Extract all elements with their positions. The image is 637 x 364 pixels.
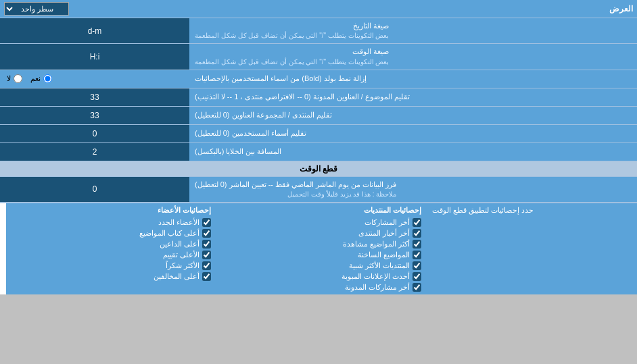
forum-group-label: تقليم المنتدى / المجموعة العناوين (0 للت… — [189, 107, 637, 124]
checkbox-top-callers-input[interactable] — [202, 240, 211, 249]
checkbox-forum-news-input[interactable] — [412, 229, 421, 238]
checkbox-latest-posts-input[interactable] — [412, 218, 421, 227]
checkbox-top-writers-input[interactable] — [202, 229, 211, 238]
checkbox-new-members-input[interactable] — [202, 218, 211, 227]
forum-group-row: تقليم المنتدى / المجموعة العناوين (0 للت… — [0, 107, 637, 125]
date-format-input-container — [0, 18, 189, 43]
checkbox-top-violators-input[interactable] — [202, 272, 211, 281]
checkbox-top-violators[interactable]: أعلى المخالفين — [11, 272, 211, 281]
checkbox-most-viewed-input[interactable] — [412, 240, 421, 249]
checkbox-most-viewed[interactable]: أكثر المواضيع مشاهدة — [222, 240, 421, 249]
checkboxes-members-header: إحصائيات الأعضاء — [11, 206, 211, 215]
cell-spacing-label: المسافة بين الخلايا (بالبكسل) — [189, 143, 637, 161]
checkboxes-members-col: إحصائيات الأعضاء الأعضاء الجدد أعلى كتاب… — [6, 203, 216, 294]
cell-spacing-row: المسافة بين الخلايا (بالبكسل) — [0, 143, 637, 161]
time-format-input-container — [0, 44, 189, 69]
checkbox-most-thanked-input[interactable] — [202, 261, 211, 270]
checkbox-most-thanked[interactable]: الأكثر شكراً — [11, 261, 211, 270]
topics-threads-input[interactable] — [9, 93, 180, 102]
checkbox-classified-ads[interactable]: أحدث الإعلانات المبوبة — [222, 272, 421, 281]
time-format-row: صيغة الوقت بعض التكوينات يتطلب "/" التي … — [0, 44, 637, 70]
cell-spacing-input[interactable] — [9, 147, 180, 157]
topics-threads-label: تقليم الموضوع / العناوين المدونة (0 -- ا… — [189, 88, 637, 106]
time-cutoff-label: فرز البيانات من يوم الماشر الماضي فقط --… — [189, 177, 637, 202]
checkbox-similar-forums[interactable]: المنتديات الأكثر شبية — [222, 261, 421, 270]
forum-group-input-container — [0, 107, 189, 124]
stats-section: حدد إحصائيات لتطبيق قطع الوقت إحصائيات ا… — [0, 203, 637, 294]
time-format-input[interactable] — [9, 52, 180, 61]
cell-spacing-input-container — [0, 143, 189, 161]
time-cutoff-section-header: قطع الوقت — [0, 161, 637, 177]
header-label: العرض — [69, 4, 633, 14]
radio-no[interactable] — [14, 74, 22, 83]
date-format-row: صيغة التاريخ بعض التكوينات يتطلب "/" الت… — [0, 18, 637, 44]
usernames-label: تقليم أسماء المستخدمين (0 للتعطيل) — [189, 125, 637, 142]
radio-yes[interactable] — [43, 74, 52, 83]
date-format-input[interactable] — [9, 26, 180, 36]
usernames-row: تقليم أسماء المستخدمين (0 للتعطيل) — [0, 125, 637, 143]
topics-threads-input-container — [0, 88, 189, 106]
checkbox-new-members[interactable]: الأعضاء الجدد — [11, 218, 211, 227]
checkbox-similar-forums-input[interactable] — [412, 261, 421, 270]
checkboxes-forums-header: إحصائيات المنتديات — [222, 206, 421, 215]
usernames-input-container — [0, 125, 189, 142]
forum-group-input[interactable] — [9, 111, 180, 120]
checkbox-hot-topics[interactable]: المواضيع الساخنة — [222, 251, 421, 259]
checkbox-blog-posts[interactable]: أخر مشاركات المدونة — [222, 283, 421, 292]
checkbox-top-callers[interactable]: أعلى الداعين — [11, 240, 211, 249]
checkbox-classified-ads-input[interactable] — [412, 272, 421, 281]
checkbox-hot-topics-input[interactable] — [412, 251, 421, 259]
checkbox-top-rated[interactable]: الأعلى تقييم — [11, 251, 211, 259]
time-cutoff-input-container — [0, 177, 189, 202]
checkboxes-forums-col: إحصائيات المنتديات أخر المشاركات أخر أخب… — [216, 203, 427, 294]
time-cutoff-row: فرز البيانات من يوم الماشر الماضي فقط --… — [0, 177, 637, 203]
checkbox-blog-posts-input[interactable] — [412, 283, 421, 292]
radio-yes-label[interactable]: نعم — [30, 74, 52, 83]
checkbox-top-rated-input[interactable] — [202, 251, 211, 259]
usernames-input[interactable] — [9, 129, 180, 138]
time-cutoff-input[interactable] — [9, 184, 180, 194]
date-format-label: صيغة التاريخ بعض التكوينات يتطلب "/" الت… — [189, 18, 637, 43]
bold-remove-row: إزالة نمط بولد (Bold) من اسماء المستخدمي… — [0, 70, 637, 88]
checkbox-latest-posts[interactable]: أخر المشاركات — [222, 218, 421, 227]
radio-no-label[interactable]: لا — [7, 74, 22, 83]
bold-remove-label: إزالة نمط بولد (Bold) من اسماء المستخدمي… — [189, 70, 637, 88]
main-container: العرض سطر واحد سطران ثلاثة أسطر صيغة الت… — [0, 0, 637, 294]
header-row: العرض سطر واحد سطران ثلاثة أسطر — [0, 0, 637, 18]
checkbox-forum-news[interactable]: أخر أخبار المنتدى — [222, 229, 421, 238]
stats-limit-label: حدد إحصائيات لتطبيق قطع الوقت — [427, 203, 637, 294]
display-dropdown[interactable]: سطر واحد سطران ثلاثة أسطر — [4, 2, 69, 16]
bold-remove-radios: نعم لا — [0, 70, 189, 88]
topics-threads-row: تقليم الموضوع / العناوين المدونة (0 -- ا… — [0, 88, 637, 107]
time-format-label: صيغة الوقت بعض التكوينات يتطلب "/" التي … — [189, 44, 637, 69]
checkbox-top-writers[interactable]: أعلى كتاب المواضيع — [11, 229, 211, 238]
